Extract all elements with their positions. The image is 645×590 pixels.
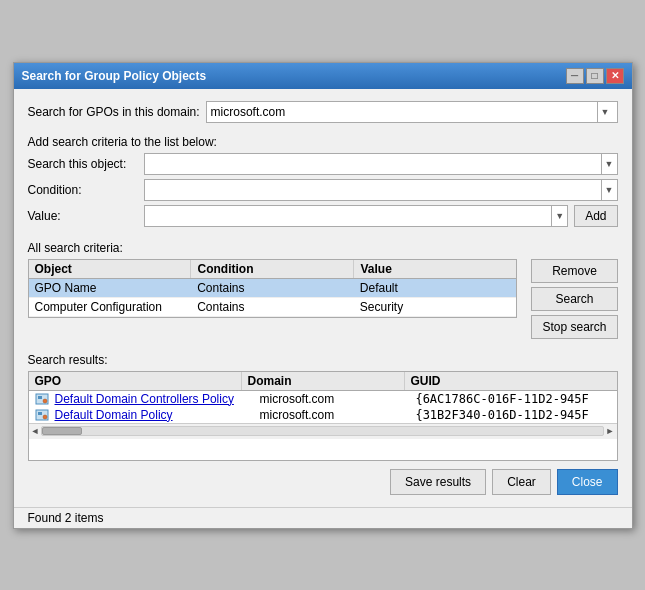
stop-search-button[interactable]: Stop search (531, 315, 617, 339)
window-controls: ─ □ ✕ (566, 68, 624, 84)
results-label: Search results: (28, 353, 618, 367)
search-object-label: Search this object: (28, 157, 138, 171)
condition-label: Condition: (28, 183, 138, 197)
add-criteria-label: Add search criteria to the list below: (28, 135, 618, 149)
domain-value: microsoft.com (211, 105, 286, 119)
scrollbar-track[interactable] (41, 426, 603, 436)
row2-object: Computer Configuration (29, 298, 192, 316)
col-condition: Condition (191, 260, 354, 278)
search-object-row: Search this object: ▼ (28, 153, 618, 175)
minimize-button[interactable]: ─ (566, 68, 584, 84)
results-row2-domain: microsoft.com (256, 408, 412, 422)
domain-arrow-icon: ▼ (597, 102, 613, 122)
clear-button[interactable]: Clear (492, 469, 551, 495)
table-row[interactable]: GPO Name Contains Default (29, 279, 517, 298)
criteria-table-header: Object Condition Value (29, 260, 517, 279)
status-bar: Found 2 items (14, 507, 632, 528)
domain-dropdown[interactable]: microsoft.com ▼ (206, 101, 618, 123)
table-row[interactable]: Computer Configuration Contains Security (29, 298, 517, 317)
domain-label: Search for GPOs in this domain: (28, 105, 200, 119)
results-row1-gpo: Default Domain Controllers Policy (51, 392, 256, 406)
all-criteria-section: All search criteria: Object Condition Va… (28, 235, 618, 339)
row1-value: Default (354, 279, 517, 297)
value-row: Value: ▼ Add (28, 205, 618, 227)
results-row2-gpo: Default Domain Policy (51, 408, 256, 422)
scrollbar-thumb[interactable] (42, 427, 82, 435)
results-table: GPO Domain GUID Default Domain Controlle… (28, 371, 618, 461)
value-arrow-icon: ▼ (551, 206, 567, 226)
row2-condition: Contains (191, 298, 354, 316)
col-value: Value (354, 260, 516, 278)
results-col-gpo: GPO (29, 372, 242, 390)
search-results-section: Search results: GPO Domain GUID D (28, 347, 618, 461)
status-text: Found 2 items (28, 511, 104, 525)
criteria-table: Object Condition Value GPO Name Contains… (28, 259, 518, 318)
results-col-guid: GUID (405, 372, 617, 390)
svg-rect-1 (38, 396, 42, 399)
close-window-button[interactable]: ✕ (606, 68, 624, 84)
results-row[interactable]: Default Domain Controllers Policy micros… (29, 391, 617, 407)
maximize-button[interactable]: □ (586, 68, 604, 84)
search-object-dropdown[interactable]: ▼ (144, 153, 618, 175)
results-row1-domain: microsoft.com (256, 392, 412, 406)
window-title: Search for Group Policy Objects (22, 69, 207, 83)
value-label: Value: (28, 209, 138, 223)
svg-rect-4 (38, 412, 42, 415)
main-window: Search for Group Policy Objects ─ □ ✕ Se… (13, 62, 633, 529)
svg-point-2 (43, 399, 47, 403)
horizontal-scrollbar[interactable]: ◄ ► (29, 423, 617, 439)
row2-value: Security (354, 298, 517, 316)
row1-object: GPO Name (29, 279, 192, 297)
row1-condition: Contains (191, 279, 354, 297)
value-dropdown[interactable]: ▼ (144, 205, 569, 227)
col-object: Object (29, 260, 192, 278)
close-button[interactable]: Close (557, 469, 618, 495)
results-row1-guid: {6AC1786C-016F-11D2-945F (411, 392, 616, 406)
results-col-domain: Domain (242, 372, 405, 390)
gpo-icon-1 (33, 392, 51, 406)
criteria-row: Object Condition Value GPO Name Contains… (28, 259, 618, 339)
all-criteria-label: All search criteria: (28, 241, 618, 255)
remove-button[interactable]: Remove (531, 259, 617, 283)
svg-point-5 (43, 415, 47, 419)
results-table-header: GPO Domain GUID (29, 372, 617, 391)
save-results-button[interactable]: Save results (390, 469, 486, 495)
dialog-content: Search for GPOs in this domain: microsof… (14, 89, 632, 507)
bottom-buttons: Save results Clear Close (28, 469, 618, 499)
condition-arrow-icon: ▼ (601, 180, 617, 200)
gpo-icon-2 (33, 408, 51, 422)
add-button[interactable]: Add (574, 205, 617, 227)
criteria-action-buttons: Remove Search Stop search (531, 259, 617, 339)
condition-row: Condition: ▼ (28, 179, 618, 201)
search-button[interactable]: Search (531, 287, 617, 311)
results-row[interactable]: Default Domain Policy microsoft.com {31B… (29, 407, 617, 423)
condition-dropdown[interactable]: ▼ (144, 179, 618, 201)
domain-row: Search for GPOs in this domain: microsof… (28, 101, 618, 123)
search-object-arrow-icon: ▼ (601, 154, 617, 174)
results-row2-guid: {31B2F340-016D-11D2-945F (411, 408, 616, 422)
titlebar: Search for Group Policy Objects ─ □ ✕ (14, 63, 632, 89)
